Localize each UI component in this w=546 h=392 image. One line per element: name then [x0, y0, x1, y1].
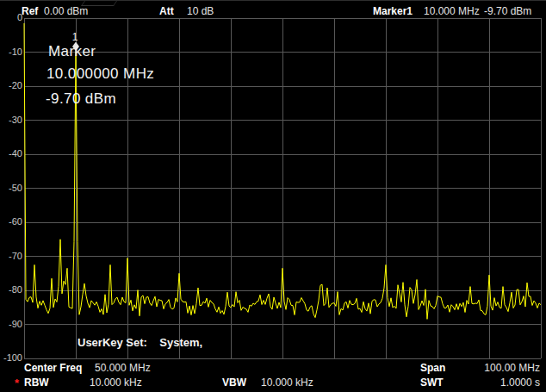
- y-axis-tick-label: -10: [0, 47, 22, 58]
- rbw-label: RBW: [24, 376, 49, 389]
- y-axis-tick-label: 0: [0, 12, 22, 23]
- system-message: UserKey Set: System,: [78, 336, 202, 349]
- y-axis-tick-label: -60: [0, 216, 22, 227]
- rbw-value: 10.000 kHz: [90, 376, 142, 389]
- marker-readout-freq: 10.000 MHz: [424, 5, 480, 17]
- spectrum-analyzer-screen: { "header": { "ref_label": "Ref", "ref_v…: [0, 0, 546, 392]
- ref-level-label: Ref: [22, 5, 38, 17]
- attenuation-label: Att: [159, 5, 174, 17]
- span-value: 100.00 MHz: [431, 362, 540, 374]
- y-axis-tick-label: -100: [0, 352, 22, 364]
- marker-readout-ampl: -9.70 dBm: [484, 5, 531, 17]
- y-axis-tick-label: -20: [0, 80, 22, 91]
- y-axis-tick-label: -30: [0, 115, 22, 126]
- y-axis-tick-label: -80: [0, 284, 22, 296]
- y-axis-tick-label: -90: [0, 319, 22, 330]
- y-axis-tick-label: -50: [0, 183, 22, 194]
- marker-annotation-freq: 10.000000 MHz: [47, 65, 154, 83]
- center-freq-label: Center Freq: [24, 362, 82, 374]
- marker-annotation-title: Marker: [48, 43, 96, 60]
- vbw-label: VBW: [222, 376, 246, 389]
- swt-value: 1.0000 s: [431, 376, 540, 389]
- center-freq-value: 50.000 MHz: [95, 362, 151, 374]
- attenuation-value: 10 dB: [187, 5, 214, 17]
- marker-annotation-ampl: -9.70 dBm: [46, 90, 116, 108]
- ref-level-value: 0.00 dBm: [44, 5, 88, 17]
- y-axis-tick-label: -70: [0, 251, 22, 262]
- y-axis-tick-label: -40: [0, 148, 22, 159]
- marker-readout-label: Marker1: [373, 5, 413, 17]
- marker-number-label: 1: [72, 31, 78, 43]
- vbw-value: 10.000 kHz: [261, 376, 313, 389]
- uncal-asterisk-icon: *: [15, 376, 19, 389]
